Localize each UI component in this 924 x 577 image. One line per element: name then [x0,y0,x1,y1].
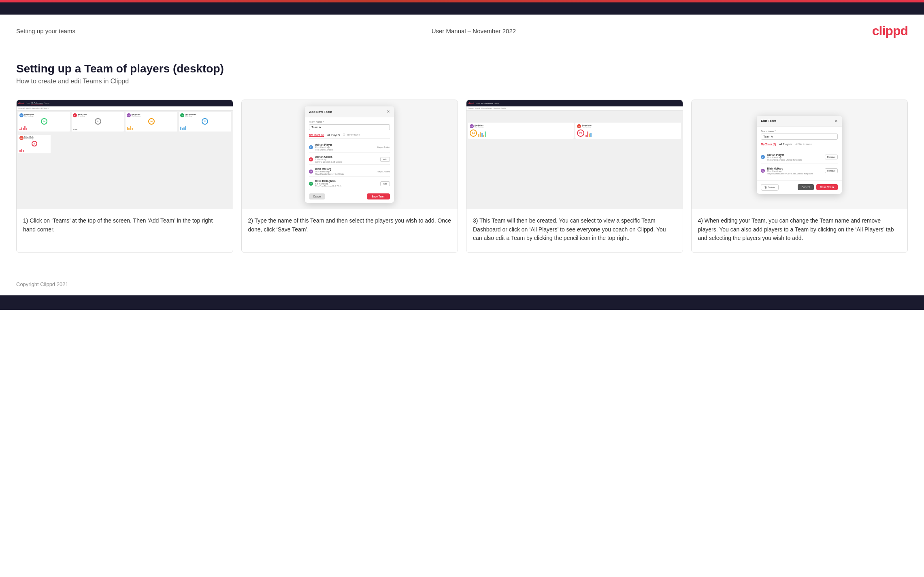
cancel-button-2[interactable]: Cancel [309,193,325,199]
mock-nav-items-1: Home My Performance Teams [26,102,49,104]
edit-tab-all-players[interactable]: All Players [779,143,792,146]
dash-bars-1 [478,130,486,137]
card-3: clippd Home My Performance Teams Teams >… [466,100,683,253]
nav-home-3: Home [476,102,480,104]
mock-bars-3 [127,125,176,130]
mock-edit-tabs: My Team (2) All Players ☐ Filter by name [761,143,838,148]
mock-player-card-1: AP Adrian CollinsPlus Handicap 84 [18,112,70,132]
mock-bars-5 [19,147,49,152]
player-name-dave: Dave Billingham [315,180,378,182]
delete-button-4[interactable]: 🗑 Delete [761,184,778,191]
card-4-text: 4) When editing your Team, you can chang… [692,209,908,252]
mock-logo-1: clippd [18,102,24,104]
edit-player-detail-1: Plus HandicapThe Shire London, United Ki… [767,156,823,161]
mock-nav-1: clippd Home My Performance Teams [17,100,233,106]
team-name-input-2[interactable]: Team A [309,124,390,130]
nav-home: Home [26,102,30,104]
tab-all-players-2[interactable]: All Players [327,134,340,137]
mock-sub-3: Teams > Team A Players Details Handicap … [466,106,683,110]
mock-player-list-2: AP Adrian Player Plus HandicapThe Shire … [309,142,390,187]
player-info-dave: Dave Billingham 5.5 HandicapThe Dog Magi… [315,180,378,187]
mock-player-header-3: BM Blair McHargPlus Handicap [127,113,176,117]
page-subtitle: How to create and edit Teams in Clippd [16,78,908,85]
copyright-text: Copyright Clippd 2021 [16,281,68,287]
edit-dialog-title: Edit Team [761,119,776,123]
card-2-screenshot: Add New Team ✕ Team Name * Team A My Tea… [242,100,458,209]
mock-player-header-4: DB Dave Billingham5 Handicap [180,113,230,117]
cancel-button-4[interactable]: Cancel [798,184,814,190]
bottom-bar [0,295,924,310]
card-2-text: 2) Type the name of this Team and then s… [242,209,458,252]
card-4-screenshot: Edit Team ✕ Team Name * Team A My Team (… [692,100,908,209]
mock-footer-right: Cancel Save Team [798,184,838,190]
save-team-button-4[interactable]: Save Team [816,184,838,190]
player-name-coliba: Adrian Coliba [315,155,378,158]
add-button-coliba[interactable]: Add [380,157,390,162]
edit-avatar-1: AP [761,155,765,159]
mock-sub-1: Viewing 5 out of 5 players from All Play… [17,106,233,110]
player-detail-coliba: 1 HandicapCentral London Golf Centre [315,158,378,163]
nav-perf-3: My Performance [481,102,493,104]
player-name-blair: Blair McHarg [315,168,375,170]
mock-dialog-header-2: Add New Team ✕ [305,106,394,117]
mock-avatar-4: DB [180,113,184,117]
mock-score-5: 72 [32,141,37,146]
dash-avatar-2: RB [577,124,581,128]
player-detail-dave: 5.5 HandicapThe Dog Maging Golf Club [315,182,378,187]
dash-player-1: BM Blair McHargPlus Handicap 94 [468,123,574,139]
player-info-adrian-p: Adrian Player Plus HandicapThe Shire Lon… [315,143,375,151]
mock-player-card-2: AC Adrian Coliba1 Handicap 0 [72,112,123,132]
trash-icon: 🗑 [764,186,767,189]
avatar-dave: DB [309,182,313,186]
mock-nav-items-3: Home My Performance Teams [476,102,499,104]
footer: Copyright Clippd 2021 [0,277,924,295]
close-icon-4[interactable]: ✕ [835,119,838,123]
add-button-dave[interactable]: Add [380,181,390,186]
remove-button-1[interactable]: Remove [825,155,838,159]
top-bar [0,0,924,15]
card-2: Add New Team ✕ Team Name * Team A My Tea… [241,100,458,253]
mock-logo-3: clippd [468,102,474,104]
mock-app-1: clippd Home My Performance Teams Viewing… [17,100,233,209]
dash-player-2-header: RB Richard ButlerPlus Handicap [577,124,679,128]
mock-bars-1 [19,125,69,130]
mock-dashboard-players: BM Blair McHargPlus Handicap 94 [466,121,683,140]
mock-bottom-players: RB Richard ButlerPlus Handicap 72 [17,133,233,153]
mock-avatar-1: AP [19,113,23,117]
nav-teams: My Performance [31,102,43,104]
card-4: Edit Team ✕ Team Name * Team A My Team (… [691,100,908,253]
tab-my-team-2[interactable]: My Team (2) [309,134,324,137]
main-content: Setting up a Team of players (desktop) H… [0,46,924,277]
dash-player-2: RB Richard ButlerPlus Handicap 72 [575,123,681,139]
mock-score-2: 0 [95,118,101,125]
card-3-text: 3) This Team will then be created. You c… [466,209,683,252]
dash-score-2: 72 [577,129,584,137]
save-team-button-2[interactable]: Save Team [367,193,390,199]
avatar-adrian-p: AP [309,145,313,149]
remove-button-2[interactable]: Remove [825,168,838,173]
clippd-logo: clippd [872,23,908,38]
edit-team-name-input[interactable]: Team A [761,134,838,140]
mock-players-grid-1: AP Adrian CollinsPlus Handicap 84 [17,110,233,133]
mock-dialog-footer-2: Cancel Save Team [305,190,394,203]
close-icon-2[interactable]: ✕ [387,110,390,114]
mock-tabs-2: My Team (2) All Players ☐ Filter by name [309,134,390,139]
player-info-coliba: Adrian Coliba 1 HandicapCentral London G… [315,155,378,163]
mock-dialog-body-2: Team Name * Team A My Team (2) All Playe… [305,117,394,190]
edit-player-info-1: Adrian Player Plus HandicapThe Shire Lon… [767,153,823,161]
mock-nav-3: clippd Home My Performance Teams [466,100,683,106]
player-row-coliba: AC Adrian Coliba 1 HandicapCentral Londo… [309,154,390,165]
avatar-coliba: AC [309,157,313,161]
page-title: Setting up a Team of players (desktop) [16,62,908,75]
mock-avatar-2: AC [73,113,77,117]
edit-tab-my-team[interactable]: My Team (2) [761,143,776,146]
mock-bars-4 [180,125,230,130]
player-detail-blair: Plus HandicapRoyal North Devon Golf Club [315,170,375,175]
mock-player-card-3: BM Blair McHargPlus Handicap 94 [126,112,177,132]
team-name-label-2: Team Name * [309,121,390,123]
sub-label-3: Teams > Team A Players Details Handicap … [468,107,506,109]
mock-app-3: clippd Home My Performance Teams Teams >… [466,100,683,209]
mock-edit-dialog-4: Edit Team ✕ Team Name * Team A My Team (… [757,116,842,194]
player-added-label-2: Player Added [377,170,390,173]
edit-avatar-2: BM [761,169,765,173]
